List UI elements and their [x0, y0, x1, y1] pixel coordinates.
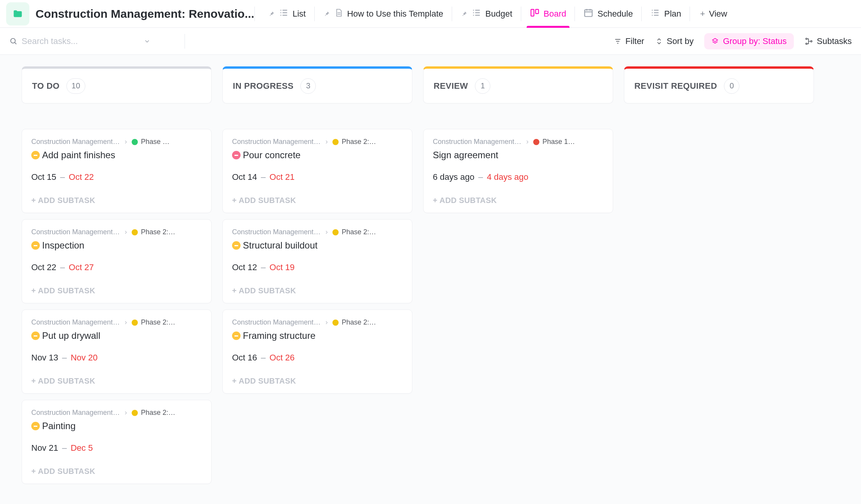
group-by-button[interactable]: Group by: Status — [704, 33, 793, 49]
folder-icon[interactable] — [6, 2, 29, 25]
separator — [185, 34, 185, 49]
breadcrumb-phase: Phase 1… — [542, 138, 603, 146]
breadcrumb[interactable]: Construction Management: Ren…Phase … — [31, 138, 202, 146]
svg-point-33 — [805, 43, 807, 44]
add-view-button[interactable]: + View — [690, 9, 737, 19]
task-card[interactable]: Construction Management: R…Phase 2:…Pain… — [22, 400, 212, 484]
cards-container: Construction Management: Ren…Phase 1…Sig… — [423, 129, 613, 213]
breadcrumb[interactable]: Construction Management: R…Phase 2:… — [31, 318, 202, 326]
column-count: 10 — [66, 78, 85, 94]
chevron-right-icon — [123, 410, 129, 416]
task-dates[interactable]: Oct 14–Oct 21 — [232, 172, 403, 182]
doc-icon — [334, 7, 343, 20]
breadcrumb-phase: Phase 2:… — [141, 318, 202, 326]
column-header[interactable]: IN PROGRESS3 — [222, 66, 412, 103]
search-options-button[interactable] — [141, 38, 153, 45]
chevron-right-icon — [123, 320, 129, 325]
chevron-right-icon — [324, 320, 329, 325]
chevron-right-icon — [123, 139, 129, 145]
tab-board[interactable]: Board — [521, 0, 575, 27]
task-dates[interactable]: 6 days ago–4 days ago — [433, 172, 603, 182]
add-subtask-button[interactable]: ADD SUBTASK — [232, 196, 403, 205]
subtasks-button[interactable]: Subtasks — [805, 36, 852, 46]
breadcrumb-phase: Phase 2:… — [342, 138, 403, 146]
task-card[interactable]: Construction Management: R…Phase 2:…Pour… — [222, 129, 412, 213]
due-date: Nov 20 — [71, 353, 98, 363]
add-subtask-button[interactable]: ADD SUBTASK — [31, 377, 202, 386]
view-tabs: ListHow to Use this TemplateBudgetBoardS… — [259, 0, 690, 27]
tab-budget[interactable]: Budget — [452, 0, 521, 27]
column-title: TO DO — [32, 81, 59, 91]
breadcrumb-root: Construction Management: R… — [232, 138, 321, 146]
priority-icon — [232, 151, 241, 159]
priority-icon — [31, 331, 40, 340]
add-subtask-button[interactable]: ADD SUBTASK — [433, 196, 603, 205]
chevron-right-icon — [324, 230, 329, 235]
tab-plan[interactable]: Plan — [642, 0, 690, 27]
task-card[interactable]: Construction Management: R…Phase 2:…Insp… — [22, 219, 212, 303]
column-header[interactable]: REVISIT REQUIRED0 — [624, 66, 814, 103]
priority-icon — [232, 241, 241, 250]
breadcrumb[interactable]: Construction Management: R…Phase 2:… — [31, 409, 202, 417]
start-date: Oct 16 — [232, 353, 257, 363]
task-title: Inspection — [42, 240, 84, 251]
task-dates[interactable]: Oct 15–Oct 22 — [31, 172, 202, 182]
chevron-right-icon — [324, 139, 329, 145]
toolbar: Filter Sort by Group by: Status Subtasks — [0, 28, 861, 55]
column-header[interactable]: TO DO10 — [22, 66, 212, 103]
due-date: Dec 5 — [71, 443, 93, 453]
task-card[interactable]: Construction Management: Ren…Phase …Add … — [22, 129, 212, 213]
tab-label: Schedule — [597, 9, 633, 19]
cards-container: Construction Management: Ren…Phase …Add … — [22, 129, 212, 484]
column-title: REVIEW — [434, 81, 468, 91]
breadcrumb[interactable]: Construction Management: Ren…Phase 1… — [433, 138, 603, 146]
add-subtask-button[interactable]: ADD SUBTASK — [31, 467, 202, 476]
search-icon — [9, 37, 18, 46]
tab-label: Board — [544, 9, 566, 19]
breadcrumb[interactable]: Construction Management: R…Phase 2:… — [31, 228, 202, 236]
due-date: Oct 27 — [69, 262, 94, 272]
task-dates[interactable]: Oct 12–Oct 19 — [232, 262, 403, 272]
column-header[interactable]: REVIEW1 — [423, 66, 613, 103]
task-card[interactable]: Construction Management: Ren…Phase 1…Sig… — [423, 129, 613, 213]
task-card[interactable]: Construction Management: R…Phase 2:…Stru… — [222, 219, 412, 303]
breadcrumb[interactable]: Construction Management: R…Phase 2:… — [232, 138, 403, 146]
task-dates[interactable]: Oct 16–Oct 26 — [232, 353, 403, 363]
task-dates[interactable]: Nov 13–Nov 20 — [31, 353, 202, 363]
page-title[interactable]: Construction Management: Renovatio... — [36, 7, 254, 20]
task-dates[interactable]: Nov 21–Dec 5 — [31, 443, 202, 453]
breadcrumb[interactable]: Construction Management: R…Phase 2:… — [232, 228, 403, 236]
add-subtask-button[interactable]: ADD SUBTASK — [232, 286, 403, 295]
filter-button[interactable]: Filter — [614, 36, 644, 46]
tab-label: List — [293, 9, 306, 19]
header-bar: Construction Management: Renovatio... Li… — [0, 0, 861, 28]
tab-how-to-use-this-template[interactable]: How to Use this Template — [315, 0, 452, 27]
start-date: Oct 15 — [31, 172, 56, 182]
date-separator: – — [478, 172, 483, 182]
task-title: Add paint finishes — [42, 150, 115, 161]
phase-dot — [533, 139, 539, 145]
sort-button[interactable]: Sort by — [655, 36, 694, 46]
due-date: Oct 21 — [269, 172, 295, 182]
task-card[interactable]: Construction Management: R…Phase 2:…Put … — [22, 310, 212, 394]
tab-list[interactable]: List — [259, 0, 314, 27]
task-card[interactable]: Construction Management: R…Phase 2:…Fram… — [222, 310, 412, 394]
search-input[interactable] — [22, 36, 137, 46]
add-subtask-button[interactable]: ADD SUBTASK — [31, 286, 202, 295]
task-title: Framing structure — [243, 330, 315, 341]
breadcrumb[interactable]: Construction Management: R…Phase 2:… — [232, 318, 403, 326]
tab-schedule[interactable]: Schedule — [575, 0, 641, 27]
add-subtask-button[interactable]: ADD SUBTASK — [232, 377, 403, 386]
add-view-label: View — [709, 9, 727, 19]
add-subtask-button[interactable]: ADD SUBTASK — [31, 196, 202, 205]
chevron-right-icon — [525, 139, 530, 145]
date-separator: – — [62, 353, 67, 363]
board-area: TO DO10Construction Management: Ren…Phas… — [0, 55, 861, 504]
svg-rect-16 — [585, 10, 593, 16]
phase-dot — [332, 229, 339, 235]
task-dates[interactable]: Oct 22–Oct 27 — [31, 262, 202, 272]
task-title: Structural buildout — [243, 240, 317, 251]
search-wrap — [9, 36, 179, 46]
phase-dot — [332, 320, 339, 326]
task-title: Put up drywall — [42, 330, 100, 341]
